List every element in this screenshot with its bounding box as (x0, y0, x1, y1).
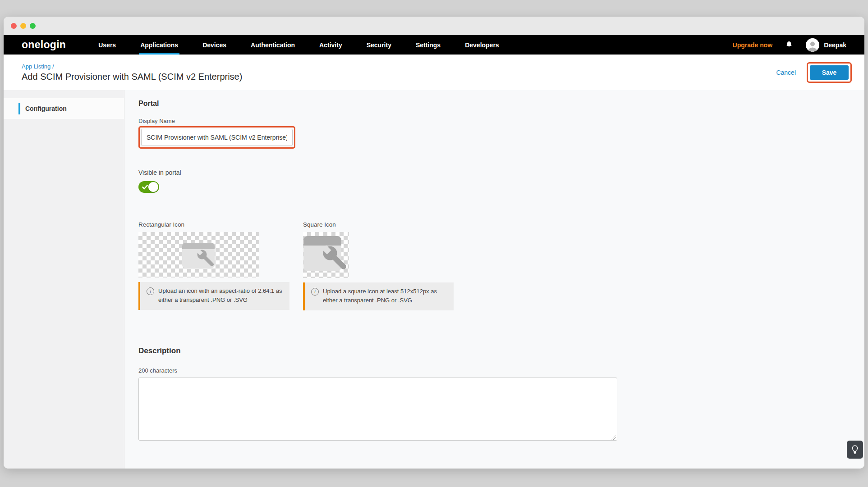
square-icon-hint: i Upload a square icon at least 512x512p… (303, 282, 454, 310)
window-controls (11, 23, 36, 29)
notifications-bell-icon[interactable] (784, 40, 794, 50)
nav-item-developers[interactable]: Developers (465, 35, 499, 55)
user-menu[interactable]: Deepak (806, 38, 846, 52)
main-content: Portal Display Name Visible in portal Re… (124, 90, 864, 469)
nav-item-authentication[interactable]: Authentication (251, 35, 295, 55)
visible-in-portal-toggle[interactable] (138, 181, 159, 193)
sidebar-item-configuration[interactable]: Configuration (4, 98, 124, 119)
description-textarea[interactable] (138, 378, 617, 441)
info-icon: i (311, 288, 319, 296)
desktop-background: onelogin Users Applications Devices Auth… (0, 0, 868, 487)
visible-in-portal-label: Visible in portal (138, 169, 864, 176)
icon-upload-section: Rectangular Icon (138, 221, 864, 310)
rectangular-icon-preview (138, 232, 259, 278)
save-button[interactable]: Save (810, 65, 849, 80)
nav-item-applications[interactable]: Applications (140, 35, 178, 55)
nav-item-security[interactable]: Security (367, 35, 391, 55)
cancel-button[interactable]: Cancel (776, 69, 796, 76)
sidebar-item-label: Configuration (25, 105, 67, 112)
app-wrench-icon (303, 232, 349, 278)
square-icon-column: Square Icon (303, 221, 454, 310)
nav-right-section: Upgrade now Deepak (733, 35, 846, 55)
rectangular-icon-label: Rectangular Icon (138, 221, 289, 228)
character-limit-label: 200 characters (138, 367, 864, 374)
info-icon: i (147, 287, 154, 295)
rectangular-icon-hint-text: Upload an icon with an aspect-ratio of 2… (158, 287, 283, 305)
display-name-label: Display Name (138, 118, 864, 124)
page-header-actions: Cancel Save (776, 62, 852, 83)
rectangular-icon-hint: i Upload an icon with an aspect-ratio of… (138, 282, 289, 310)
nav-item-settings[interactable]: Settings (416, 35, 441, 55)
page-body: Configuration Portal Display Name Visibl… (4, 90, 864, 469)
square-icon-preview (303, 232, 349, 278)
nav-item-activity[interactable]: Activity (319, 35, 342, 55)
rectangular-icon-column: Rectangular Icon (138, 221, 289, 310)
bell-icon (785, 41, 793, 49)
zoom-window-button[interactable] (30, 23, 36, 29)
close-window-button[interactable] (11, 23, 17, 29)
nav-item-devices[interactable]: Devices (202, 35, 226, 55)
avatar (806, 38, 819, 52)
toggle-knob (148, 182, 158, 192)
nav-menu: Users Applications Devices Authenticatio… (98, 35, 499, 55)
minimize-window-button[interactable] (20, 23, 26, 29)
description-section-heading: Description (138, 346, 864, 355)
square-icon-label: Square Icon (303, 221, 454, 228)
app-wrench-icon (138, 232, 259, 278)
help-lightbulb-button[interactable] (847, 441, 863, 459)
annotation-highlight-display-name (138, 126, 295, 149)
lightbulb-icon (851, 445, 859, 455)
portal-section-heading: Portal (138, 99, 864, 108)
user-name: Deepak (824, 41, 846, 49)
onelogin-logo[interactable]: onelogin (22, 35, 66, 55)
breadcrumb[interactable]: App Listing / (22, 63, 242, 70)
annotation-highlight-save: Save (807, 62, 852, 83)
page-header-titles: App Listing / Add SCIM Provisioner with … (22, 63, 242, 82)
browser-window: onelogin Users Applications Devices Auth… (4, 17, 864, 469)
page-title: Add SCIM Provisioner with SAML (SCIM v2 … (22, 72, 242, 82)
top-navigation-bar: onelogin Users Applications Devices Auth… (4, 35, 864, 55)
description-field-wrap (138, 374, 617, 442)
person-icon (806, 38, 819, 52)
window-titlebar (4, 17, 864, 35)
active-indicator-bar (18, 103, 20, 114)
upgrade-now-link[interactable]: Upgrade now (733, 41, 773, 49)
page-header: App Listing / Add SCIM Provisioner with … (4, 55, 864, 90)
sidebar: Configuration (4, 90, 124, 469)
check-icon (142, 184, 148, 190)
display-name-input[interactable] (141, 129, 293, 146)
nav-item-users[interactable]: Users (98, 35, 116, 55)
square-icon-hint-text: Upload a square icon at least 512x512px … (323, 287, 447, 306)
